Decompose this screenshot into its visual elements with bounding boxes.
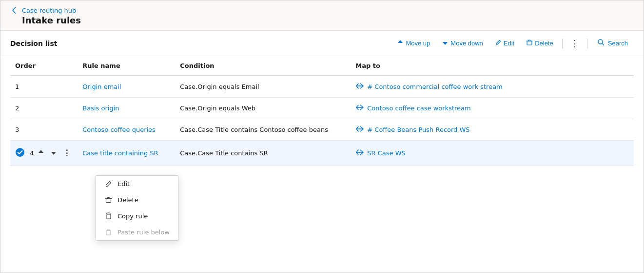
rule-name-link[interactable]: Origin email — [82, 83, 121, 90]
route-icon-selected — [355, 148, 364, 158]
table-row: 1 Origin email Case.Origin equals Email … — [10, 76, 634, 98]
table-row-selected: 4 ⋮ Case title containing SR Case.Case T… — [10, 141, 634, 166]
context-paste-label: Paste rule below — [117, 229, 170, 236]
row-actions: 4 ⋮ — [15, 147, 73, 160]
row-move-up-button[interactable] — [36, 147, 46, 159]
context-menu-copy[interactable]: Copy rule — [96, 208, 178, 224]
context-menu-paste: Paste rule below — [96, 224, 178, 240]
search-icon — [597, 39, 605, 48]
move-up-button[interactable]: Move up — [392, 36, 435, 50]
col-header-mapto: Map to — [351, 56, 634, 76]
check-icon — [15, 147, 25, 159]
row-order-num: 4 — [30, 149, 34, 157]
table-row: 3 Contoso coffee queries Case.Case Title… — [10, 119, 634, 141]
rule-name-link-selected[interactable]: Case title containing SR — [82, 149, 158, 157]
toolbar-divider-2 — [587, 39, 587, 48]
row-move-down-button[interactable] — [48, 147, 59, 159]
delete-icon — [526, 39, 533, 47]
rule-name-cell: Origin email — [78, 76, 175, 98]
svg-rect-0 — [527, 41, 532, 45]
mapto-link[interactable]: # Coffee Beans Push Record WS — [367, 126, 469, 133]
app-container: Case routing hub Intake rules Decision l… — [0, 0, 644, 273]
col-header-order: Order — [10, 56, 78, 76]
table-header-row: Order Rule name Condition Map to — [10, 56, 634, 76]
move-down-icon — [442, 39, 449, 47]
search-button[interactable]: Search — [591, 36, 634, 51]
mapto-link[interactable]: Contoso coffee case workstream — [367, 105, 470, 112]
edit-menu-icon — [104, 180, 113, 188]
rules-table: Order Rule name Condition Map to 1 Origi… — [10, 56, 634, 166]
edit-button[interactable]: Edit — [490, 36, 519, 50]
route-icon — [355, 104, 364, 113]
svg-rect-3 — [106, 199, 111, 203]
context-edit-label: Edit — [117, 180, 130, 188]
decision-list-label: Decision list — [10, 40, 57, 47]
move-down-button[interactable]: Move down — [437, 36, 488, 50]
paste-menu-icon — [104, 229, 113, 236]
page-title: Intake rules — [10, 15, 634, 25]
rule-name-link[interactable]: Contoso coffee queries — [82, 126, 156, 133]
delete-menu-icon — [104, 196, 113, 204]
condition-cell-selected: Case.Case Title contains SR — [175, 141, 351, 166]
condition-cell: Case.Case Title contains Contoso coffee … — [175, 119, 351, 141]
col-header-rulename: Rule name — [78, 56, 175, 76]
toolbar: Decision list Move up Move down Edit — [0, 31, 644, 56]
rule-name-cell: Basis origin — [78, 98, 175, 119]
condition-cell: Case.Origin equals Email — [175, 76, 351, 98]
context-menu-delete[interactable]: Delete — [96, 192, 178, 208]
delete-button[interactable]: Delete — [521, 36, 558, 50]
copy-menu-icon — [104, 212, 113, 220]
breadcrumb-row: Case routing hub — [10, 6, 634, 14]
route-icon — [355, 82, 364, 91]
more-options-button[interactable]: ⋮ — [566, 36, 583, 51]
table-container: Order Rule name Condition Map to 1 Origi… — [0, 56, 644, 166]
svg-point-2 — [16, 148, 24, 157]
order-cell: 3 — [10, 119, 78, 141]
row-more-button[interactable]: ⋮ — [61, 147, 73, 160]
svg-rect-4 — [107, 214, 111, 219]
order-cell: 1 — [10, 76, 78, 98]
context-delete-label: Delete — [117, 196, 138, 204]
condition-cell: Case.Origin equals Web — [175, 98, 351, 119]
rule-name-link[interactable]: Basis origin — [82, 105, 119, 112]
order-cell-selected: 4 ⋮ — [10, 141, 78, 166]
table-row: 2 Basis origin Case.Origin equals Web Co… — [10, 98, 634, 119]
svg-rect-5 — [106, 231, 111, 235]
mapto-cell: # Contoso commercial coffee work stream — [351, 76, 634, 98]
toolbar-actions: Move up Move down Edit Delete — [392, 36, 634, 51]
back-button[interactable] — [10, 6, 18, 14]
mapto-link[interactable]: # Contoso commercial coffee work stream — [367, 83, 503, 90]
rule-name-cell: Contoso coffee queries — [78, 119, 175, 141]
mapto-cell-selected: SR Case WS — [351, 141, 634, 166]
edit-icon — [495, 39, 502, 47]
rule-name-cell-selected: Case title containing SR — [78, 141, 175, 166]
context-menu-edit[interactable]: Edit — [96, 176, 178, 192]
mapto-cell: Contoso coffee case workstream — [351, 98, 634, 119]
context-copy-label: Copy rule — [117, 212, 148, 220]
move-up-icon — [397, 39, 404, 47]
order-cell: 2 — [10, 98, 78, 119]
mapto-link-selected[interactable]: SR Case WS — [367, 149, 405, 157]
route-icon — [355, 125, 364, 134]
toolbar-divider — [562, 39, 563, 48]
breadcrumb-text: Case routing hub — [22, 7, 76, 14]
header: Case routing hub Intake rules — [0, 0, 644, 31]
mapto-cell: # Coffee Beans Push Record WS — [351, 119, 634, 141]
context-menu: Edit Delete Copy rule Paste rule below — [96, 175, 178, 241]
col-header-condition: Condition — [175, 56, 351, 76]
